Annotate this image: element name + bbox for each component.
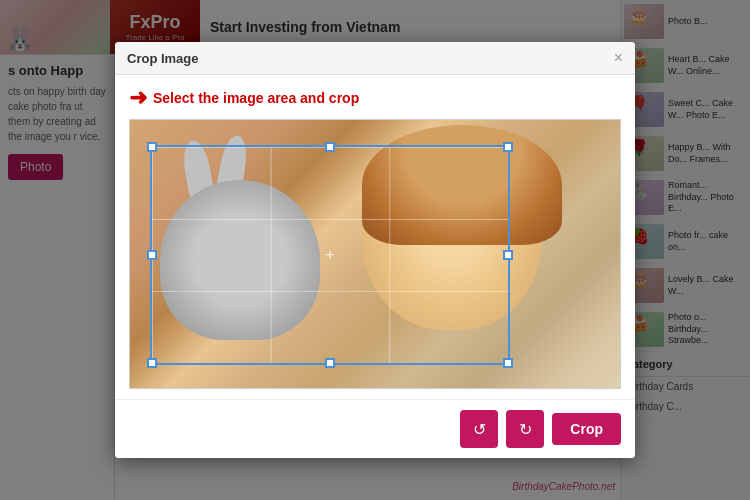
rotate-left-icon: ↺ [473, 420, 486, 439]
red-arrow-icon: ➜ [129, 85, 147, 111]
crop-handle-top-right[interactable] [503, 142, 513, 152]
crosshair-icon: + [325, 246, 334, 264]
crop-handle-top-mid[interactable] [325, 142, 335, 152]
instruction-text: Select the image area and crop [153, 90, 359, 106]
crop-handle-mid-left[interactable] [147, 250, 157, 260]
rotate-left-button[interactable]: ↺ [460, 410, 498, 448]
rotate-right-icon: ↻ [519, 420, 532, 439]
rotate-right-button[interactable]: ↻ [506, 410, 544, 448]
crop-button[interactable]: Crop [552, 413, 621, 445]
crop-handle-bottom-left[interactable] [147, 358, 157, 368]
crop-handle-bottom-right[interactable] [503, 358, 513, 368]
crop-selection-box[interactable]: + [150, 145, 510, 365]
crop-handle-top-left[interactable] [147, 142, 157, 152]
modal-body: ➜ Select the image area and crop [115, 75, 635, 399]
modal-close-button[interactable]: × [614, 50, 623, 66]
instruction-row: ➜ Select the image area and crop [129, 85, 621, 111]
crop-container[interactable]: + [129, 119, 621, 389]
modal-title: Crop Image [127, 51, 199, 66]
crop-modal: Crop Image × ➜ Select the image area and… [115, 42, 635, 458]
modal-header: Crop Image × [115, 42, 635, 75]
crop-handle-bottom-mid[interactable] [325, 358, 335, 368]
modal-footer: ↺ ↻ Crop [115, 399, 635, 458]
crop-handle-mid-right[interactable] [503, 250, 513, 260]
